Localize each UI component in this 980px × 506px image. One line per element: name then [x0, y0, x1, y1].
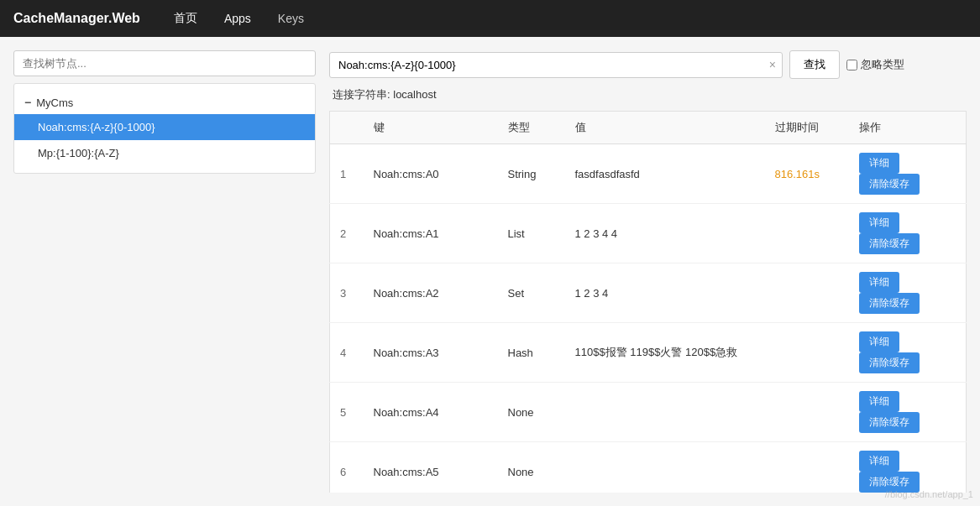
tree-collapse-icon: − — [24, 96, 31, 109]
detail-button[interactable]: 详细 — [859, 451, 899, 472]
navbar: CacheManager.Web 首页 Apps Keys — [0, 0, 980, 37]
table-row: 4 Noah:cms:A3 Hash 110$$报警 119$$火警 120$$… — [330, 323, 967, 383]
col-header-value: 值 — [565, 112, 765, 144]
detail-button[interactable]: 详细 — [859, 331, 899, 352]
cell-expire — [765, 204, 849, 263]
sidebar-search-input[interactable] — [13, 50, 316, 76]
tree-item-1[interactable]: Mp:{1-100}:{A-Z} — [14, 140, 315, 166]
cell-expire — [765, 442, 849, 493]
ignore-type-checkbox[interactable] — [846, 60, 857, 70]
cell-type: Hash — [498, 323, 565, 383]
cell-expire — [765, 263, 849, 323]
sidebar: − MyCms Noah:cms:{A-z}{0-1000} Mp:{1-100… — [13, 50, 316, 493]
cell-value: 110$$报警 119$$火警 120$$急救 — [565, 323, 765, 383]
clear-cache-button[interactable]: 清除缓存 — [859, 352, 920, 373]
tree-item-0[interactable]: Noah:cms:{A-z}{0-1000} — [14, 114, 315, 140]
cell-index: 2 — [330, 204, 364, 263]
cell-action: 详细 清除缓存 — [849, 263, 967, 323]
cell-index: 6 — [330, 442, 364, 493]
connection-value: localhost — [393, 88, 436, 101]
cell-action: 详细 清除缓存 — [849, 323, 967, 383]
cell-value: 1 2 3 4 — [565, 263, 765, 323]
table-row: 3 Noah:cms:A2 Set 1 2 3 4 详细 清除缓存 — [330, 263, 967, 323]
search-clear-icon[interactable]: × — [769, 58, 776, 71]
cell-type: None — [498, 383, 565, 442]
cell-action: 详细 清除缓存 — [849, 204, 967, 263]
tree-root-label: MyCms — [36, 97, 73, 109]
tree-container: − MyCms Noah:cms:{A-z}{0-1000} Mp:{1-100… — [13, 83, 316, 174]
col-header-expire: 过期时间 — [765, 112, 849, 144]
navbar-link-apps[interactable]: Apps — [221, 12, 254, 25]
cell-index: 1 — [330, 144, 364, 204]
cell-key: Noah:cms:A1 — [364, 204, 498, 263]
search-input-wrapper: × — [329, 52, 783, 78]
detail-button[interactable]: 详细 — [859, 153, 899, 174]
cell-value — [565, 442, 765, 493]
table-row: 1 Noah:cms:A0 String fasdfasdfasfd 816.1… — [330, 144, 967, 204]
cell-expire — [765, 383, 849, 442]
clear-cache-button[interactable]: 清除缓存 — [859, 293, 920, 314]
navbar-brand: CacheManager.Web — [13, 11, 140, 26]
connection-string: 连接字符串: localhost — [329, 87, 967, 102]
detail-button[interactable]: 详细 — [859, 391, 899, 412]
clear-cache-button[interactable]: 清除缓存 — [859, 233, 920, 254]
col-header-action: 操作 — [849, 112, 967, 144]
cell-value: 1 2 3 4 4 — [565, 204, 765, 263]
cell-key: Noah:cms:A4 — [364, 383, 498, 442]
right-panel: × 查找 忽略类型 连接字符串: localhost 键 类型 值 — [329, 50, 967, 493]
cell-action: 详细 清除缓存 — [849, 383, 967, 442]
cell-expire — [765, 323, 849, 383]
cell-type: Set — [498, 263, 565, 323]
detail-button[interactable]: 详细 — [859, 272, 899, 293]
ignore-type-label: 忽略类型 — [861, 57, 904, 72]
cell-value: fasdfasdfasfd — [565, 144, 765, 204]
col-header-type: 类型 — [498, 112, 565, 144]
col-header-key: 键 — [364, 112, 498, 144]
watermark: //blog.csdn.net/app_1 — [885, 489, 973, 499]
table-header-row: 键 类型 值 过期时间 操作 — [330, 112, 967, 144]
cell-index: 4 — [330, 323, 364, 383]
cell-index: 5 — [330, 383, 364, 442]
connection-label: 连接字符串: — [333, 88, 390, 101]
cell-key: Noah:cms:A5 — [364, 442, 498, 493]
search-input[interactable] — [329, 52, 783, 78]
cell-key: Noah:cms:A3 — [364, 323, 498, 383]
navbar-link-keys[interactable]: Keys — [275, 12, 307, 25]
cell-key: Noah:cms:A0 — [364, 144, 498, 204]
main-layout: − MyCms Noah:cms:{A-z}{0-1000} Mp:{1-100… — [0, 37, 980, 506]
clear-cache-button[interactable]: 清除缓存 — [859, 412, 920, 433]
cell-action: 详细 清除缓存 — [849, 144, 967, 204]
table-wrapper: 键 类型 值 过期时间 操作 1 Noah:cms:A0 String fasd… — [329, 111, 967, 493]
clear-cache-button[interactable]: 清除缓存 — [859, 174, 920, 195]
search-button[interactable]: 查找 — [789, 50, 840, 79]
tree-root[interactable]: − MyCms — [14, 91, 315, 114]
cell-value — [565, 383, 765, 442]
table-row: 5 Noah:cms:A4 None 详细 清除缓存 — [330, 383, 967, 442]
search-bar: × 查找 忽略类型 — [329, 50, 967, 79]
cell-type: List — [498, 204, 565, 263]
detail-button[interactable]: 详细 — [859, 212, 899, 233]
data-table: 键 类型 值 过期时间 操作 1 Noah:cms:A0 String fasd… — [329, 111, 967, 493]
navbar-link-home[interactable]: 首页 — [170, 11, 201, 26]
table-row: 2 Noah:cms:A1 List 1 2 3 4 4 详细 清除缓存 — [330, 204, 967, 263]
cell-index: 3 — [330, 263, 364, 323]
col-header-index — [330, 112, 364, 144]
cell-action: 详细 清除缓存 — [849, 442, 967, 493]
cell-expire: 816.161s — [765, 144, 849, 204]
cell-type: String — [498, 144, 565, 204]
cell-type: None — [498, 442, 565, 493]
ignore-type-wrapper: 忽略类型 — [846, 57, 904, 72]
table-row: 6 Noah:cms:A5 None 详细 清除缓存 — [330, 442, 967, 493]
cell-key: Noah:cms:A2 — [364, 263, 498, 323]
